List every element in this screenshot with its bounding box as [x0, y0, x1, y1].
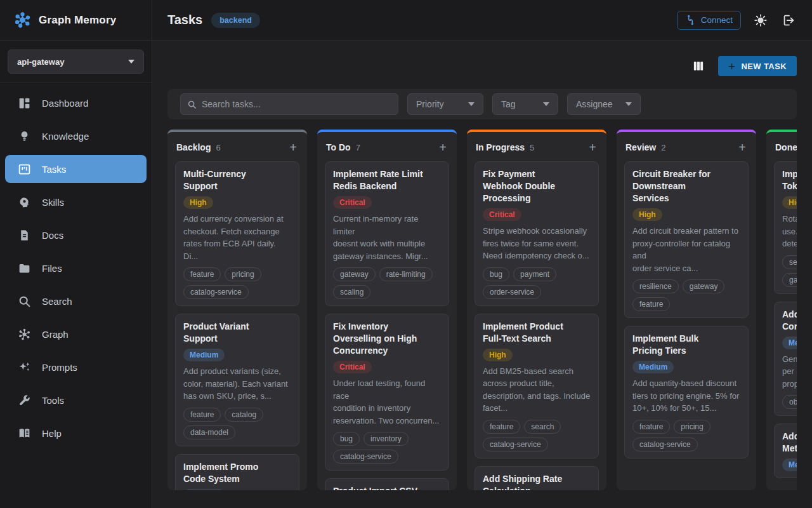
tag-pill: pricing: [225, 267, 261, 281]
task-card[interactable]: Implement API Token RotationHighRotate t…: [774, 161, 797, 294]
connect-icon: [685, 15, 696, 25]
task-title: Product Import CSV Pipeline: [333, 485, 441, 490]
task-description: Under load testing, found race condition…: [333, 377, 441, 427]
board-column-in-progress: In Progress5+Fix Payment Webhook Double …: [467, 130, 606, 490]
sidebar-item-files[interactable]: Files: [5, 254, 147, 282]
sidebar: Graph Memory api-gateway DashboardKnowle…: [0, 0, 152, 508]
sidebar-item-skills[interactable]: Skills: [5, 188, 147, 216]
task-card[interactable]: Implement Promo Code SystemMedium: [175, 454, 299, 491]
task-title: Implement Promo Code System: [183, 461, 291, 485]
task-title: Implement Product Full-Text Search: [483, 321, 591, 345]
priority-badge: Medium: [183, 349, 225, 361]
task-description: Current in-memory rate limiter doesnt wo…: [333, 213, 441, 262]
tag-filter-label: Tag: [501, 99, 516, 109]
task-card[interactable]: Fix Payment Webhook Double ProcessingCri…: [475, 161, 599, 306]
lightbulb-icon: [18, 130, 31, 143]
column-count: 5: [530, 143, 534, 152]
connect-label: Connect: [701, 15, 733, 25]
priority-badge: Medium: [782, 458, 797, 471]
tag-pill: inventory: [363, 432, 409, 446]
tag-pill: gateway: [333, 267, 376, 281]
tag-list: featurepricingcatalog-service: [183, 267, 291, 299]
task-card[interactable]: Multi-Currency SupportHighAdd currency c…: [175, 161, 299, 306]
sidebar-item-label: Tools: [42, 395, 64, 406]
tag-pill: resilience: [632, 279, 679, 293]
dashboard-icon: [18, 97, 31, 110]
add-card-button[interactable]: +: [737, 141, 747, 154]
filter-bar: Priority Tag Assignee: [167, 89, 797, 119]
tag-pill: data-model: [183, 425, 235, 439]
task-title: Implement API Token Rotation: [782, 168, 797, 192]
column-title: Done: [775, 142, 797, 152]
assignee-filter-dropdown[interactable]: Assignee: [567, 93, 641, 115]
sidebar-item-label: Docs: [42, 230, 63, 241]
add-card-button[interactable]: +: [438, 141, 448, 154]
sidebar-item-label: Tasks: [42, 164, 66, 175]
theme-toggle-button[interactable]: [754, 13, 769, 28]
priority-badge: Medium: [183, 489, 225, 491]
board-column-done: Done+Implement API Token RotationHighRot…: [766, 130, 797, 490]
tag-pill: search: [524, 420, 561, 434]
project-selector-value: api-gateway: [17, 57, 64, 67]
chevron-down-icon: [468, 102, 475, 106]
task-title: Fix Payment Webhook Double Processing: [483, 168, 591, 204]
tag-pill: observability: [782, 395, 797, 409]
priority-badge: Critical: [483, 208, 521, 221]
tag-pill: feature: [632, 420, 670, 434]
column-count: 7: [356, 143, 360, 152]
sidebar-item-docs[interactable]: Docs: [5, 221, 147, 249]
wrench-icon: [18, 394, 31, 407]
tag-filter-dropdown[interactable]: Tag: [492, 93, 558, 115]
task-title: Add Shipping Rate Calculation: [483, 473, 591, 491]
skills-icon: [18, 196, 31, 209]
sidebar-item-label: Dashboard: [42, 98, 88, 109]
search-input[interactable]: [202, 99, 391, 109]
new-task-button[interactable]: + NEW TASK: [718, 56, 797, 76]
sidebar-item-tools[interactable]: Tools: [5, 386, 147, 414]
tag-pill: feature: [183, 267, 221, 281]
task-title: Product Variant Support: [183, 321, 291, 345]
app-title: Graph Memory: [39, 14, 116, 27]
sidebar-item-search[interactable]: Search: [5, 287, 147, 315]
tag-pill: bug: [483, 267, 509, 281]
column-count: 6: [216, 143, 220, 152]
task-description: Add currency conversion at checkout. Fet…: [183, 213, 291, 262]
priority-filter-dropdown[interactable]: Priority: [407, 93, 483, 115]
sidebar-item-label: Search: [42, 296, 72, 307]
kanban-icon: [18, 163, 31, 176]
chevron-down-icon: [543, 102, 549, 106]
add-card-button[interactable]: +: [288, 141, 298, 154]
task-card[interactable]: Add Latency MetricsMedium: [774, 424, 797, 478]
task-card[interactable]: Implement Product Full-Text SearchHighAd…: [475, 314, 599, 458]
priority-badge: High: [483, 349, 513, 361]
task-description: Add circuit breaker pattern to proxy-con…: [632, 225, 740, 274]
sidebar-item-tasks[interactable]: Tasks: [5, 155, 147, 183]
tag-list: observabilitygateway: [782, 395, 797, 409]
tag-pill: feature: [483, 420, 520, 434]
task-card[interactable]: Implement Rate Limit Redis BackendCritic…: [325, 161, 449, 306]
tag-pill: payment: [513, 267, 556, 281]
task-card[interactable]: Add Request Correlation IDsMediumGenerat…: [774, 302, 797, 417]
graph-memory-logo-icon: [14, 11, 31, 29]
tag-pill: catalog-service: [483, 438, 548, 451]
task-title: Implement Bulk Pricing Tiers: [632, 333, 740, 357]
new-task-label: NEW TASK: [741, 62, 787, 71]
tag-pill: catalog-service: [632, 438, 698, 451]
task-card[interactable]: Product Variant SupportMediumAdd product…: [175, 314, 299, 446]
assignee-filter-label: Assignee: [576, 99, 613, 109]
task-card[interactable]: Fix Inventory Overselling on High Concur…: [325, 314, 449, 471]
logout-button[interactable]: [782, 13, 797, 28]
connect-button[interactable]: Connect: [677, 11, 741, 30]
project-selector[interactable]: api-gateway: [8, 50, 144, 74]
task-card[interactable]: Implement Bulk Pricing TiersMediumAdd qu…: [624, 326, 749, 458]
sidebar-item-graph[interactable]: Graph: [5, 320, 147, 348]
sidebar-item-dashboard[interactable]: Dashboard: [5, 89, 147, 117]
sidebar-item-knowledge[interactable]: Knowledge: [5, 122, 147, 150]
sidebar-item-prompts[interactable]: Prompts: [5, 353, 147, 381]
task-card[interactable]: Circuit Breaker for Downstream ServicesH…: [624, 161, 749, 318]
board-view-icon[interactable]: [693, 60, 704, 72]
task-card[interactable]: Product Import CSV Pipeline: [325, 478, 449, 490]
sidebar-item-help[interactable]: Help: [5, 419, 147, 447]
add-card-button[interactable]: +: [587, 141, 598, 154]
task-card[interactable]: Add Shipping Rate Calculation: [475, 466, 599, 491]
